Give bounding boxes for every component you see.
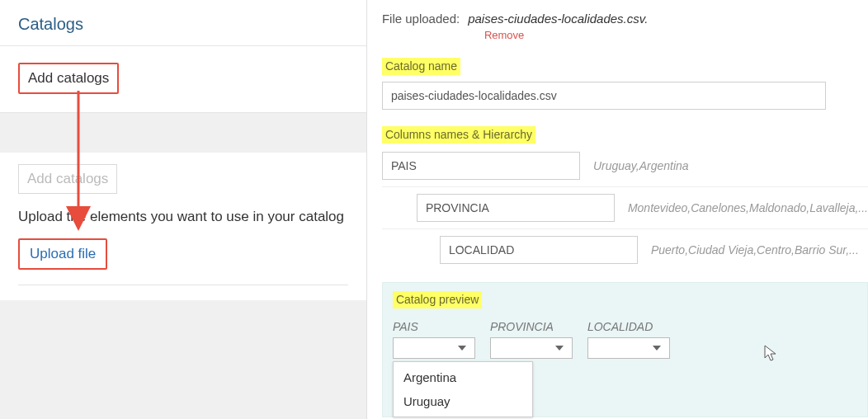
- upload-instruction-text: Upload the elements you want to use in y…: [18, 194, 348, 238]
- hierarchy-hint-localidad: Puerto,Ciudad Vieja,Centro,Barrio Sur,..…: [651, 243, 868, 257]
- hierarchy-row-2: Puerto,Ciudad Vieja,Centro,Barrio Sur,..…: [382, 228, 868, 264]
- preview-select-localidad[interactable]: [587, 337, 670, 359]
- dropdown-option-argentina[interactable]: Argentina: [394, 365, 532, 389]
- add-catalogs-button-disabled: Add catalogs: [18, 164, 117, 194]
- catalog-name-input[interactable]: [382, 82, 826, 110]
- preview-col-label-localidad: LOCALIDAD: [587, 320, 670, 333]
- preview-pais-dropdown: Argentina Uruguay: [393, 361, 533, 417]
- hierarchy-label: Columns names & Hierarchy: [382, 126, 535, 144]
- preview-col-provincia: PROVINCIA: [490, 320, 573, 359]
- add-catalogs-button[interactable]: Add catalogs: [20, 64, 117, 92]
- catalog-name-label: Catalog name: [382, 58, 460, 75]
- preview-select-pais[interactable]: [393, 337, 475, 359]
- hierarchy-row-0: Uruguay,Argentina: [382, 152, 868, 180]
- dropdown-option-uruguay[interactable]: Uruguay: [394, 389, 532, 413]
- preview-col-label-provincia: PROVINCIA: [490, 320, 573, 333]
- hierarchy-hint-provincia: Montevideo,Canelones,Maldonado,Lavalleja…: [628, 201, 868, 214]
- catalogs-toolbar: Add catalogs: [0, 46, 366, 113]
- preview-col-pais: PAIS: [393, 320, 475, 359]
- add-catalogs-highlight: Add catalogs: [18, 63, 119, 94]
- hierarchy-input-pais[interactable]: [382, 152, 580, 180]
- file-uploaded-label: File uploaded:: [382, 12, 460, 26]
- hierarchy-input-localidad[interactable]: [440, 236, 638, 264]
- catalog-preview-section: Catalog preview PAIS PROVINCIA LOCALIDAD…: [382, 282, 868, 417]
- upload-file-button[interactable]: Upload file: [18, 238, 107, 270]
- hierarchy-hint-pais: Uruguay,Argentina: [593, 159, 868, 172]
- file-uploaded-row: File uploaded: paises-ciudades-localidad…: [382, 12, 868, 26]
- catalog-preview-label: Catalog preview: [393, 291, 482, 308]
- hierarchy-section: Columns names & Hierarchy Uruguay,Argent…: [382, 126, 868, 264]
- preview-select-provincia[interactable]: [490, 337, 573, 359]
- file-uploaded-name: paises-ciudades-localidades.csv.: [468, 12, 648, 26]
- catalog-name-section: Catalog name: [382, 58, 868, 110]
- preview-col-label-pais: PAIS: [393, 320, 475, 333]
- catalogs-header: Catalogs: [0, 0, 366, 46]
- hierarchy-row-1: Montevideo,Canelones,Maldonado,Lavalleja…: [382, 186, 868, 222]
- preview-col-localidad: LOCALIDAD: [587, 320, 670, 359]
- upload-panel: Add catalogs Upload the elements you wan…: [0, 153, 366, 300]
- remove-file-link[interactable]: Remove: [484, 29, 524, 41]
- catalogs-title: Catalogs: [18, 15, 83, 33]
- hierarchy-input-provincia[interactable]: [417, 194, 615, 222]
- cursor-icon: [764, 345, 779, 363]
